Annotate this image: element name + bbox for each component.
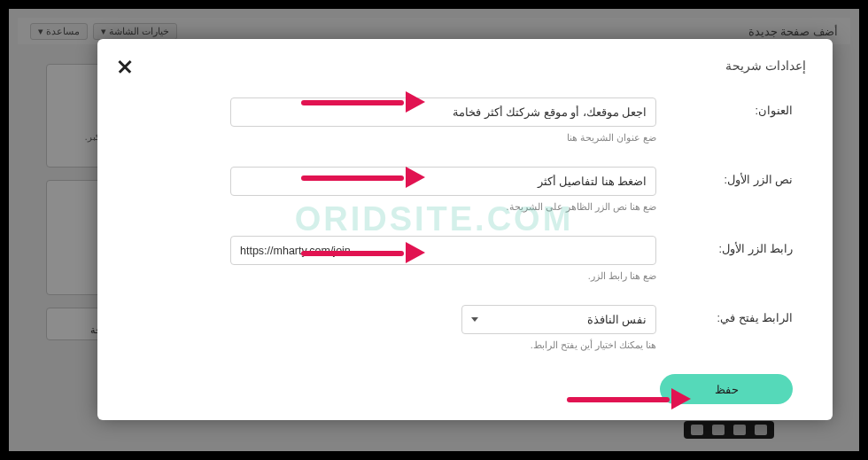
title-hint: ضع عنوان الشريحة هنا bbox=[230, 132, 656, 144]
label-btn1-link: رابط الزر الأول: bbox=[678, 236, 793, 255]
btn1-link-hint: ضع هنا رابط الزر. bbox=[230, 270, 656, 282]
btn1-link-input[interactable] bbox=[230, 236, 656, 265]
open-in-hint: هنا يمكنك اختيار أين يفتح الرابط. bbox=[230, 339, 656, 351]
open-in-select[interactable]: نفس النافذة bbox=[461, 305, 656, 334]
title-input[interactable] bbox=[230, 97, 656, 127]
modal-title: إعدادات شريحة bbox=[725, 58, 806, 73]
chevron-down-icon bbox=[471, 317, 478, 322]
open-in-selected: نفس النافذة bbox=[587, 313, 647, 326]
label-btn1-text: نص الزر الأول: bbox=[678, 167, 793, 186]
btn1-text-input[interactable] bbox=[230, 167, 656, 196]
btn1-text-hint: ضع هنا نص الزر الظاهر على الشريحة. bbox=[230, 201, 656, 213]
label-title: العنوان: bbox=[678, 97, 793, 117]
label-open-in: الرابط يفتح في: bbox=[678, 305, 793, 324]
slide-settings-modal: إعدادات شريحة {} العنوان: ضع عنوان الشري… bbox=[97, 39, 833, 420]
save-button[interactable]: حفظ bbox=[660, 374, 793, 404]
close-icon[interactable] bbox=[115, 57, 135, 76]
